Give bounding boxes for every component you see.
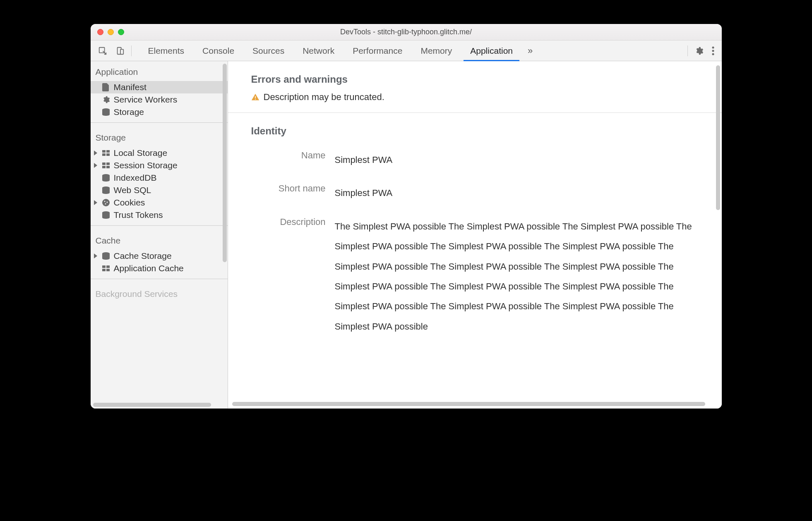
sidebar-divider — [91, 279, 228, 279]
svg-rect-26 — [106, 269, 110, 271]
device-toggle-icon[interactable] — [111, 44, 129, 58]
svg-rect-9 — [102, 153, 106, 156]
sidebar-item-service-workers[interactable]: Service Workers — [91, 93, 228, 106]
svg-point-18 — [104, 201, 105, 202]
tab-network[interactable]: Network — [293, 41, 344, 61]
sidebar-item-label: Trust Tokens — [114, 210, 163, 220]
zoom-window-button[interactable] — [118, 29, 124, 35]
sidebar-item-cookies[interactable]: Cookies — [91, 196, 228, 209]
expand-icon[interactable] — [94, 200, 97, 205]
devtools-tabs: Elements Console Sources Network Perform… — [139, 41, 539, 61]
identity-name-label: Name — [251, 150, 326, 170]
main-scrollbar[interactable] — [716, 65, 720, 210]
expand-icon[interactable] — [94, 163, 97, 168]
grid-icon — [101, 161, 111, 170]
sidebar-item-application-cache[interactable]: Application Cache — [91, 262, 228, 275]
svg-point-4 — [712, 50, 714, 52]
identity-name-row: Name Simplest PWA — [251, 143, 722, 177]
svg-rect-12 — [106, 163, 110, 165]
tab-performance[interactable]: Performance — [344, 41, 411, 61]
close-window-button[interactable] — [97, 29, 103, 35]
svg-point-19 — [106, 202, 108, 203]
sidebar-item-label: Storage — [114, 107, 144, 117]
grid-icon — [101, 148, 111, 158]
db-icon — [101, 108, 111, 117]
identity-heading: Identity — [251, 113, 722, 143]
sidebar-h-scrollbar[interactable] — [93, 403, 211, 407]
sidebar-item-trust-tokens[interactable]: Trust Tokens — [91, 209, 228, 221]
identity-short-name-row: Short name Simplest PWA — [251, 177, 722, 210]
sidebar-item-label: Local Storage — [114, 148, 168, 158]
sidebar-item-web-sql[interactable]: Web SQL — [91, 184, 228, 196]
main-h-scrollbar[interactable] — [232, 402, 705, 406]
sidebar-item-session-storage[interactable]: Session Storage — [91, 159, 228, 172]
svg-point-17 — [102, 199, 110, 206]
manifest-panel: Errors and warnings Description may be t… — [228, 61, 722, 409]
sidebar-group-background-services: Background Services — [91, 283, 228, 299]
identity-description-label: Description — [251, 217, 326, 337]
traffic-lights — [91, 29, 124, 35]
sidebar-group-storage: Storage — [91, 127, 228, 147]
toolbar-divider — [131, 45, 132, 56]
db-icon — [101, 186, 111, 195]
tab-console[interactable]: Console — [193, 41, 243, 61]
svg-rect-27 — [255, 96, 256, 98]
gear-icon — [101, 95, 111, 104]
sidebar-group-application: Application — [91, 61, 228, 81]
sidebar-item-label: IndexedDB — [114, 173, 157, 183]
sidebar-item-cache-storage[interactable]: Cache Storage — [91, 250, 228, 262]
tab-memory[interactable]: Memory — [411, 41, 461, 61]
kebab-menu-icon[interactable] — [708, 44, 718, 58]
toolbar-divider — [687, 45, 688, 56]
cookie-icon — [101, 198, 111, 207]
db-icon — [101, 210, 111, 220]
settings-icon[interactable] — [690, 44, 708, 58]
warning-row: Description may be truncated. — [251, 92, 722, 112]
svg-rect-10 — [106, 153, 110, 156]
sidebar-item-manifest[interactable]: Manifest — [91, 81, 228, 93]
more-tabs-icon[interactable]: » — [522, 41, 538, 61]
devtools-window: DevTools - stitch-glib-typhoon.glitch.me… — [91, 24, 722, 409]
sidebar-item-storage[interactable]: Storage — [91, 106, 228, 118]
sidebar-scrollbar[interactable] — [223, 64, 227, 262]
identity-short-name-label: Short name — [251, 183, 326, 203]
sidebar-item-label: Web SQL — [114, 185, 151, 195]
svg-rect-24 — [106, 265, 110, 268]
sidebar-item-indexeddb[interactable]: IndexedDB — [91, 172, 228, 184]
window-title: DevTools - stitch-glib-typhoon.glitch.me… — [91, 28, 722, 36]
db-icon — [101, 173, 111, 182]
identity-short-name-value: Simplest PWA — [335, 183, 722, 203]
grid-icon — [101, 264, 111, 273]
expand-icon[interactable] — [94, 151, 97, 155]
svg-rect-2 — [120, 49, 123, 54]
tab-elements[interactable]: Elements — [139, 41, 194, 61]
sidebar-item-label: Cookies — [114, 198, 145, 208]
inspect-element-icon[interactable] — [94, 44, 111, 58]
titlebar: DevTools - stitch-glib-typhoon.glitch.me… — [91, 24, 722, 41]
svg-rect-14 — [106, 166, 110, 168]
sidebar-item-label: Session Storage — [114, 160, 178, 170]
warning-text: Description may be truncated. — [264, 92, 384, 103]
file-icon — [101, 83, 111, 92]
svg-rect-7 — [102, 150, 106, 153]
sidebar-item-label: Service Workers — [114, 95, 178, 105]
sidebar-item-local-storage[interactable]: Local Storage — [91, 147, 228, 159]
errors-warnings-heading: Errors and warnings — [251, 61, 722, 92]
sidebar-divider — [91, 225, 228, 226]
identity-description-row: Description The Simplest PWA possible Th… — [251, 210, 722, 343]
svg-rect-23 — [102, 265, 106, 268]
devtools-toolbar: Elements Console Sources Network Perform… — [91, 41, 722, 61]
tab-application[interactable]: Application — [461, 41, 522, 61]
sidebar-divider — [91, 122, 228, 123]
expand-icon[interactable] — [94, 253, 97, 258]
svg-rect-11 — [102, 163, 106, 165]
sidebar-group-cache: Cache — [91, 230, 228, 250]
svg-rect-25 — [102, 269, 106, 271]
tab-sources[interactable]: Sources — [243, 41, 293, 61]
identity-description-value: The Simplest PWA possible The Simplest P… — [335, 217, 722, 337]
svg-rect-8 — [106, 150, 110, 153]
db-icon — [101, 251, 111, 260]
minimize-window-button[interactable] — [108, 29, 114, 35]
sidebar-item-label: Manifest — [114, 82, 147, 92]
svg-rect-13 — [102, 166, 106, 168]
